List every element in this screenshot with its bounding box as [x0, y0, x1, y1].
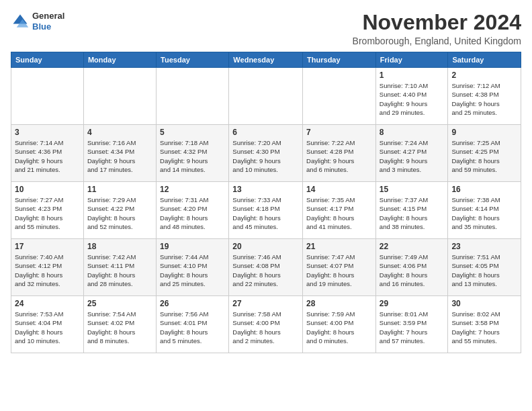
day-info: Sunrise: 7:12 AMSunset: 4:38 PMDaylight:…	[451, 81, 517, 117]
logo-text: General Blue	[32, 11, 64, 32]
day-cell: 30Sunrise: 8:02 AMSunset: 3:58 PMDayligh…	[448, 296, 521, 353]
day-cell: 19Sunrise: 7:44 AMSunset: 4:10 PMDayligh…	[157, 239, 229, 296]
header-sunday: Sunday	[11, 52, 84, 68]
day-number: 9	[451, 128, 517, 137]
day-number: 6	[232, 128, 299, 137]
day-info: Sunrise: 7:10 AMSunset: 4:40 PMDaylight:…	[380, 81, 445, 117]
header-row: SundayMondayTuesdayWednesdayThursdayFrid…	[11, 52, 521, 68]
day-cell: 12Sunrise: 7:31 AMSunset: 4:20 PMDayligh…	[157, 182, 229, 239]
day-cell: 18Sunrise: 7:42 AMSunset: 4:11 PMDayligh…	[83, 239, 156, 296]
day-number: 22	[380, 242, 445, 251]
day-info: Sunrise: 7:25 AMSunset: 4:25 PMDaylight:…	[451, 138, 517, 174]
week-row-2: 10Sunrise: 7:27 AMSunset: 4:23 PMDayligh…	[11, 182, 521, 239]
calendar-table: SundayMondayTuesdayWednesdayThursdayFrid…	[11, 52, 521, 353]
day-cell: 10Sunrise: 7:27 AMSunset: 4:23 PMDayligh…	[11, 182, 84, 239]
day-cell: 27Sunrise: 7:58 AMSunset: 4:00 PMDayligh…	[229, 296, 303, 353]
day-cell: 14Sunrise: 7:35 AMSunset: 4:17 PMDayligh…	[303, 182, 376, 239]
header-tuesday: Tuesday	[157, 52, 229, 68]
day-info: Sunrise: 8:01 AMSunset: 3:59 PMDaylight:…	[380, 310, 445, 345]
day-number: 24	[15, 299, 80, 308]
day-info: Sunrise: 7:14 AMSunset: 4:36 PMDaylight:…	[15, 138, 80, 174]
logo-icon	[11, 12, 30, 31]
day-number: 14	[306, 185, 372, 194]
day-info: Sunrise: 7:20 AMSunset: 4:30 PMDaylight:…	[232, 138, 299, 174]
month-title: November 2024	[353, 11, 521, 34]
day-cell: 29Sunrise: 8:01 AMSunset: 3:59 PMDayligh…	[375, 296, 448, 353]
day-cell: 21Sunrise: 7:47 AMSunset: 4:07 PMDayligh…	[303, 239, 376, 296]
day-info: Sunrise: 7:33 AMSunset: 4:18 PMDaylight:…	[232, 195, 299, 231]
day-number: 21	[306, 242, 372, 251]
day-number: 20	[232, 242, 299, 251]
day-number: 18	[87, 242, 152, 251]
day-cell	[83, 68, 156, 125]
day-info: Sunrise: 7:51 AMSunset: 4:05 PMDaylight:…	[451, 253, 517, 288]
page-header: General Blue November 2024 Bromborough, …	[11, 11, 521, 46]
header-saturday: Saturday	[448, 52, 521, 68]
title-block: November 2024 Bromborough, England, Unit…	[353, 11, 521, 46]
day-number: 16	[451, 185, 517, 194]
logo: General Blue	[11, 11, 64, 32]
header-friday: Friday	[375, 52, 448, 68]
day-info: Sunrise: 7:46 AMSunset: 4:08 PMDaylight:…	[232, 253, 299, 288]
day-info: Sunrise: 8:02 AMSunset: 3:58 PMDaylight:…	[451, 310, 517, 345]
week-row-4: 24Sunrise: 7:53 AMSunset: 4:04 PMDayligh…	[11, 296, 521, 353]
day-cell: 20Sunrise: 7:46 AMSunset: 4:08 PMDayligh…	[229, 239, 303, 296]
day-number: 15	[380, 185, 445, 194]
day-number: 29	[380, 299, 445, 308]
day-number: 3	[15, 128, 80, 137]
day-number: 19	[160, 242, 225, 251]
day-info: Sunrise: 7:40 AMSunset: 4:12 PMDaylight:…	[15, 253, 80, 288]
calendar-header: SundayMondayTuesdayWednesdayThursdayFrid…	[11, 52, 521, 68]
day-info: Sunrise: 7:54 AMSunset: 4:02 PMDaylight:…	[87, 310, 152, 345]
day-info: Sunrise: 7:56 AMSunset: 4:01 PMDaylight:…	[160, 310, 225, 345]
week-row-1: 3Sunrise: 7:14 AMSunset: 4:36 PMDaylight…	[11, 125, 521, 182]
day-info: Sunrise: 7:49 AMSunset: 4:06 PMDaylight:…	[380, 253, 445, 288]
day-cell	[303, 68, 376, 125]
location: Bromborough, England, United Kingdom	[353, 36, 521, 46]
header-thursday: Thursday	[303, 52, 376, 68]
day-info: Sunrise: 7:38 AMSunset: 4:14 PMDaylight:…	[451, 195, 517, 231]
day-cell: 23Sunrise: 7:51 AMSunset: 4:05 PMDayligh…	[448, 239, 521, 296]
day-info: Sunrise: 7:27 AMSunset: 4:23 PMDaylight:…	[15, 195, 80, 231]
day-cell: 26Sunrise: 7:56 AMSunset: 4:01 PMDayligh…	[157, 296, 229, 353]
day-info: Sunrise: 7:31 AMSunset: 4:20 PMDaylight:…	[160, 195, 225, 231]
day-number: 27	[232, 299, 299, 308]
day-cell: 17Sunrise: 7:40 AMSunset: 4:12 PMDayligh…	[11, 239, 84, 296]
day-cell: 1Sunrise: 7:10 AMSunset: 4:40 PMDaylight…	[375, 68, 448, 125]
day-number: 28	[306, 299, 372, 308]
day-cell: 25Sunrise: 7:54 AMSunset: 4:02 PMDayligh…	[83, 296, 156, 353]
day-cell: 8Sunrise: 7:24 AMSunset: 4:27 PMDaylight…	[375, 125, 448, 182]
day-cell	[11, 68, 84, 125]
day-info: Sunrise: 7:37 AMSunset: 4:15 PMDaylight:…	[380, 195, 445, 231]
day-cell: 22Sunrise: 7:49 AMSunset: 4:06 PMDayligh…	[375, 239, 448, 296]
day-cell: 3Sunrise: 7:14 AMSunset: 4:36 PMDaylight…	[11, 125, 84, 182]
day-number: 10	[15, 185, 80, 194]
day-cell: 6Sunrise: 7:20 AMSunset: 4:30 PMDaylight…	[229, 125, 303, 182]
day-number: 13	[232, 185, 299, 194]
header-wednesday: Wednesday	[229, 52, 303, 68]
day-info: Sunrise: 7:22 AMSunset: 4:28 PMDaylight:…	[306, 138, 372, 174]
day-number: 30	[451, 299, 517, 308]
day-number: 23	[451, 242, 517, 251]
day-number: 5	[160, 128, 225, 137]
day-number: 8	[380, 128, 445, 137]
day-info: Sunrise: 7:18 AMSunset: 4:32 PMDaylight:…	[160, 138, 225, 174]
day-info: Sunrise: 7:53 AMSunset: 4:04 PMDaylight:…	[15, 310, 80, 345]
day-cell: 11Sunrise: 7:29 AMSunset: 4:22 PMDayligh…	[83, 182, 156, 239]
day-number: 4	[87, 128, 152, 137]
day-cell: 28Sunrise: 7:59 AMSunset: 4:00 PMDayligh…	[303, 296, 376, 353]
week-row-0: 1Sunrise: 7:10 AMSunset: 4:40 PMDaylight…	[11, 68, 521, 125]
day-cell	[157, 68, 229, 125]
day-info: Sunrise: 7:47 AMSunset: 4:07 PMDaylight:…	[306, 253, 372, 288]
day-info: Sunrise: 7:58 AMSunset: 4:00 PMDaylight:…	[232, 310, 299, 345]
day-cell: 15Sunrise: 7:37 AMSunset: 4:15 PMDayligh…	[375, 182, 448, 239]
day-cell	[229, 68, 303, 125]
day-number: 25	[87, 299, 152, 308]
day-cell: 4Sunrise: 7:16 AMSunset: 4:34 PMDaylight…	[83, 125, 156, 182]
day-cell: 2Sunrise: 7:12 AMSunset: 4:38 PMDaylight…	[448, 68, 521, 125]
day-info: Sunrise: 7:42 AMSunset: 4:11 PMDaylight:…	[87, 253, 152, 288]
day-cell: 13Sunrise: 7:33 AMSunset: 4:18 PMDayligh…	[229, 182, 303, 239]
day-number: 2	[451, 71, 517, 80]
day-info: Sunrise: 7:59 AMSunset: 4:00 PMDaylight:…	[306, 310, 372, 345]
day-info: Sunrise: 7:35 AMSunset: 4:17 PMDaylight:…	[306, 195, 372, 231]
